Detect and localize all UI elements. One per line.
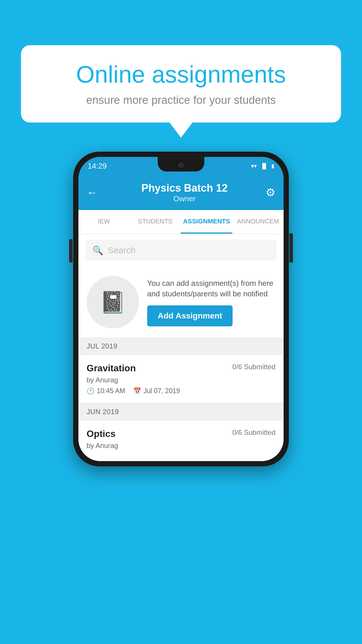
assignment-author: by Anurag [87,376,275,384]
info-text: You can add assignment(s) from here and … [147,278,275,327]
assignment-item-optics[interactable]: Optics 0/6 Submitted by Anurag [78,420,284,461]
add-assignment-button[interactable]: Add Assignment [147,305,233,326]
search-bar[interactable]: 🔍 Search [85,240,277,261]
search-icon: 🔍 [92,245,103,256]
camera-icon [177,161,185,169]
info-description: You can add assignment(s) from here and … [147,278,275,299]
notebook-icon: 📓 [100,290,126,315]
search-placeholder: Search [108,245,136,255]
assignment-submitted-optics: 0/6 Submitted [232,428,275,437]
app-bar: ← Physics Batch 12 Owner ⚙ [78,175,284,210]
phone-container: 14:29 ▾▾ ▐▌ ▮ ← Physics Batch 12 Owner ⚙ [73,152,289,466]
assignment-date: 📅 Jul 07, 2019 [133,387,180,395]
info-section: 📓 You can add assignment(s) from here an… [78,267,284,338]
status-icons: ▾▾ ▐▌ ▮ [251,162,274,169]
app-bar-subtitle: Owner [103,194,266,203]
notch [158,157,204,172]
status-time: 14:29 [88,162,107,171]
calendar-icon: 📅 [133,387,141,395]
assignment-meta: 🕐 10:45 AM 📅 Jul 07, 2019 [87,387,275,395]
assignment-time: 🕐 10:45 AM [87,387,125,395]
bubble-title: Online assignments [38,61,324,88]
speech-bubble-container: Online assignments ensure more practice … [21,45,341,123]
phone-outer: 14:29 ▾▾ ▐▌ ▮ ← Physics Batch 12 Owner ⚙ [73,152,289,466]
search-container: 🔍 Search [78,234,284,267]
month-separator-jul: JUL 2019 [78,338,284,355]
clock-icon: 🕐 [87,387,94,395]
app-bar-center: Physics Batch 12 Owner [103,182,266,203]
tabs-bar: IEW STUDENTS ASSIGNMENTS ANNOUNCEM [78,210,284,234]
wifi-icon: ▾▾ [251,162,257,169]
notebook-icon-wrap: 📓 [87,276,139,328]
back-button[interactable]: ← [87,186,98,199]
status-bar: 14:29 ▾▾ ▐▌ ▮ [78,157,284,175]
app-bar-title: Physics Batch 12 [103,182,266,194]
assignment-author-optics: by Anurag [87,442,275,450]
assignment-title: Gravitation [87,363,136,374]
signal-icon: ▐▌ [260,163,268,169]
tab-students[interactable]: STUDENTS [130,210,181,234]
settings-icon[interactable]: ⚙ [266,186,275,199]
tab-assignments[interactable]: ASSIGNMENTS [181,210,232,234]
speech-bubble: Online assignments ensure more practice … [21,45,341,123]
tab-iew[interactable]: IEW [78,210,130,234]
battery-icon: ▮ [271,163,274,169]
assignment-submitted: 0/6 Submitted [232,363,275,371]
month-separator-jun: JUN 2019 [78,403,284,420]
assignment-item-gravitation[interactable]: Gravitation 0/6 Submitted by Anurag 🕐 10… [78,355,284,403]
bubble-subtitle: ensure more practice for your students [38,94,324,106]
assignment-header-optics: Optics 0/6 Submitted [87,428,275,439]
phone-screen: 14:29 ▾▾ ▐▌ ▮ ← Physics Batch 12 Owner ⚙ [78,157,284,461]
assignment-header: Gravitation 0/6 Submitted [87,363,275,374]
tab-announcements[interactable]: ANNOUNCEM [232,210,284,234]
assignment-title-optics: Optics [87,428,116,439]
